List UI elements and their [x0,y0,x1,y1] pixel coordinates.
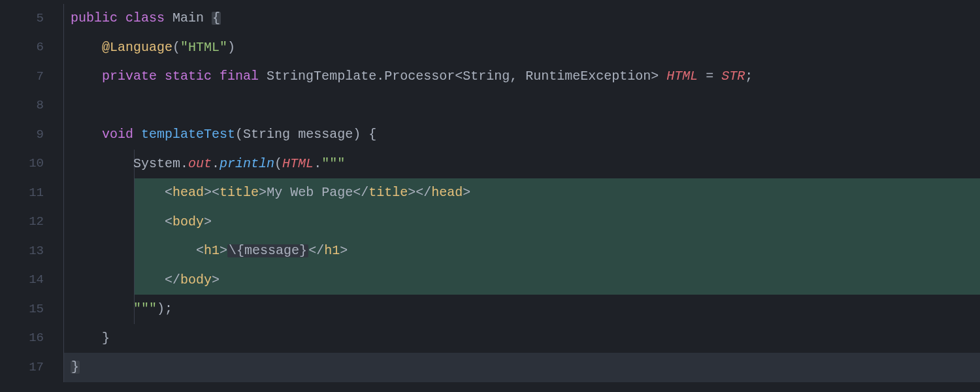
tag-angle: </ [308,244,324,257]
field-html: HTML [666,70,698,83]
tag-title: title [220,186,259,199]
code-content[interactable]: } [64,353,980,382]
string-triple-quote: """ [321,157,345,171]
brace-close: } [102,332,110,345]
string-literal: "HTML" [180,41,227,54]
code-content[interactable]: public class Main { [64,4,980,33]
tag-title: title [368,186,408,199]
tag-angle: </ [165,274,180,287]
code-content[interactable]: <h1>\{message}</h1> [64,237,980,266]
keyword-static: static [165,70,212,83]
code-line[interactable]: 10 System.out.println(HTML.""" [0,150,980,179]
tag-angle: > [340,244,348,257]
code-content[interactable] [64,91,980,121]
code-content[interactable]: <head><title>My Web Page</title></head> [64,178,980,208]
tag-h1: h1 [324,244,340,257]
code-line[interactable]: 14 </body> [0,266,980,295]
tag-head: head [431,186,463,199]
paren-open: ( [274,157,282,171]
tag-angle: > [204,186,212,199]
tag-h1: h1 [204,244,220,257]
line-number: 15 [0,295,64,324]
tag-angle: < [196,244,204,257]
code-content[interactable]: @Language("HTML") [64,33,980,63]
keyword-private: private [102,70,157,83]
code-content[interactable]: void templateTest(String message) { [64,120,980,150]
tag-body: body [172,216,204,229]
dot: . [180,157,188,171]
code-line[interactable]: 9 void templateTest(String message) { [0,120,980,150]
type-processor: Processor [384,70,455,83]
code-line[interactable]: 13 <h1>\{message}</h1> [0,237,980,266]
line-number: 11 [0,178,64,208]
keyword-class: class [125,12,165,25]
line-number: 8 [0,91,64,121]
keyword-void: void [102,128,133,141]
semicolon: ; [165,302,172,316]
field-html: HTML [282,157,314,171]
line-number: 5 [0,4,64,33]
tag-angle: > [463,186,470,199]
comma: , [510,70,525,83]
line-number: 14 [0,266,64,295]
interp-close: } [299,243,307,258]
tag-angle: > [212,274,220,287]
line-number: 7 [0,62,64,91]
code-content[interactable]: </body> [64,266,980,295]
angle-close: > [651,70,659,83]
code-content[interactable]: """); [64,295,980,324]
interp-escape: \{ [229,243,244,258]
paren-close: ) [157,302,165,316]
ident-system: System [133,157,180,171]
dot: . [376,70,384,83]
tag-angle: > [220,244,227,257]
tag-angle: </ [416,186,431,199]
method-println: println [220,157,274,171]
semicolon: ; [745,70,753,83]
type-stringtemplate: StringTemplate [267,70,376,83]
line-number: 12 [0,208,64,237]
tag-angle: > [259,186,267,199]
code-content[interactable]: <body> [64,208,980,237]
line-number: 13 [0,237,64,266]
equals: = [698,70,721,83]
brace-open: { [212,12,221,25]
code-line[interactable]: 5 public class Main { [0,4,980,33]
method-name: templateTest [141,128,235,141]
dot: . [212,157,220,171]
code-line[interactable]: 16 } [0,324,980,353]
tag-body: body [180,274,212,287]
code-line[interactable]: 8 [0,91,980,121]
code-content[interactable]: } [64,324,980,353]
line-number: 17 [0,353,64,382]
field-str: STR [721,70,745,83]
tag-head: head [172,186,204,199]
annotation: @Language [102,41,172,54]
tag-angle: < [165,186,172,199]
line-number: 6 [0,33,64,63]
param-message: message [298,128,353,141]
type-string: String [463,70,510,83]
code-line[interactable]: 11 <head><title>My Web Page</title></hea… [0,178,980,208]
field-out: out [188,157,212,171]
line-number: 16 [0,324,64,353]
angle-open: < [455,70,463,83]
line-number: 10 [0,150,64,179]
brace-close: } [71,361,80,374]
tag-angle: < [165,216,172,229]
html-text: My Web Page [267,186,353,199]
paren-close: ) [227,41,235,54]
code-line[interactable]: 15 """); [0,295,980,324]
injected-language-bg [135,208,980,237]
keyword-public: public [71,12,118,25]
code-content[interactable]: private static final StringTemplate.Proc… [64,62,980,91]
code-line[interactable]: 12 <body> [0,208,980,237]
template-interpolation: \{message} [227,244,308,257]
code-line[interactable]: 6 @Language("HTML") [0,33,980,63]
code-content[interactable]: System.out.println(HTML.""" [64,150,980,179]
code-line[interactable]: 7 private static final StringTemplate.Pr… [0,62,980,91]
tag-angle: </ [353,186,368,199]
dot: . [314,157,321,171]
code-line-current[interactable]: 17 } [0,353,980,382]
code-editor[interactable]: 5 public class Main { 6 @Language("HTML"… [0,0,980,392]
